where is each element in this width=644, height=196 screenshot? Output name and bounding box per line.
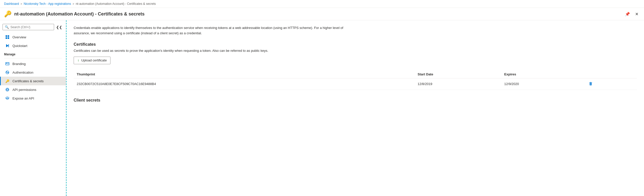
- page-icon: 🔑: [4, 10, 12, 18]
- manage-section-label: Manage: [0, 50, 66, 57]
- overview-icon: [5, 35, 10, 40]
- quickstart-icon: [5, 43, 10, 48]
- api-permissions-icon: [5, 87, 10, 92]
- sidebar-item-authentication[interactable]: Authentication: [0, 68, 66, 77]
- sidebar-item-quickstart[interactable]: Quickstart: [0, 41, 66, 50]
- main-layout: 🔍 ❮❮ Overview: [0, 20, 644, 196]
- svg-rect-7: [6, 63, 7, 64]
- breadcrumb-sep-2: >: [73, 2, 74, 5]
- certificates-description: Certificates can be used as secrets to p…: [74, 49, 637, 53]
- col-expires: Expires: [501, 70, 584, 78]
- svg-rect-3: [8, 37, 9, 39]
- branding-icon: [5, 61, 10, 66]
- sidebar: 🔍 ❮❮ Overview: [0, 20, 66, 196]
- pin-button[interactable]: 📌: [623, 11, 632, 18]
- svg-marker-4: [6, 44, 9, 47]
- intro-text: Credentials enable applications to ident…: [74, 25, 353, 36]
- certificates-title: Certificates: [74, 42, 637, 47]
- sidebar-collapse-button[interactable]: ❮❮: [55, 25, 63, 30]
- upload-icon: ↑: [77, 58, 79, 62]
- sidebar-item-overview-label: Overview: [12, 35, 26, 39]
- breadcrumb-dashboard[interactable]: Dashboard: [4, 2, 19, 6]
- breadcrumb-sep-1: >: [21, 2, 22, 5]
- expose-api-icon: [5, 96, 10, 101]
- sidebar-item-quickstart-label: Quickstart: [12, 44, 27, 48]
- upload-button-label: Upload certificate: [81, 58, 107, 62]
- svg-point-13: [7, 89, 8, 90]
- col-start-date: Start Date: [415, 70, 501, 78]
- breadcrumb-app-registrations[interactable]: Nicolonsky Tech - App registrations: [24, 2, 71, 6]
- sidebar-search-row: 🔍 ❮❮: [3, 24, 63, 30]
- breadcrumb-current: nt-automation (Automation Account) - Cer…: [76, 2, 156, 6]
- sidebar-item-api-permissions-label: API permissions: [12, 88, 36, 92]
- sidebar-item-overview[interactable]: Overview: [0, 33, 66, 41]
- sidebar-item-expose-api-label: Expose an API: [12, 96, 34, 100]
- cert-start-date: 12/8/2019: [415, 78, 501, 90]
- cert-thumbprint: 232CB0072C510A8E0E7E8CF509C70AC16E9488B4: [74, 78, 415, 90]
- sidebar-item-branding[interactable]: Branding: [0, 59, 66, 68]
- cert-actions: [584, 78, 637, 90]
- search-input[interactable]: [10, 25, 52, 29]
- upload-certificate-button[interactable]: ↑ Upload certificate: [74, 57, 110, 64]
- cert-expires: 12/9/2020: [501, 78, 584, 90]
- sidebar-item-certificates[interactable]: 🔑 Certificates & secrets: [0, 77, 66, 85]
- certificates-icon: 🔑: [5, 78, 10, 84]
- page-title: nt-automation (Automation Account) - Cer…: [14, 11, 623, 17]
- page-header: 🔑 nt-automation (Automation Account) - C…: [0, 8, 644, 20]
- sidebar-item-certificates-label: Certificates & secrets: [12, 79, 44, 83]
- client-secrets-title: Client secrets: [74, 98, 637, 103]
- header-actions: 📌 ✕: [623, 11, 640, 18]
- close-button[interactable]: ✕: [634, 11, 640, 18]
- col-thumbprint: Thumbprint: [74, 70, 415, 78]
- table-row: 232CB0072C510A8E0E7E8CF509C70AC16E9488B4…: [74, 78, 637, 90]
- certificates-section: Certificates Certificates can be used as…: [74, 42, 637, 90]
- svg-rect-2: [6, 37, 7, 39]
- manage-divider: [4, 58, 62, 58]
- svg-rect-1: [8, 35, 9, 37]
- content-area: Credentials enable applications to ident…: [66, 20, 644, 196]
- auth-icon: [5, 70, 10, 75]
- sidebar-item-expose-api[interactable]: Expose an API: [0, 94, 66, 103]
- search-box: 🔍: [3, 24, 54, 30]
- col-actions: [584, 70, 637, 78]
- sidebar-item-authentication-label: Authentication: [12, 71, 33, 74]
- breadcrumb: Dashboard > Nicolonsky Tech - App regist…: [0, 0, 644, 8]
- sidebar-item-branding-label: Branding: [12, 62, 26, 66]
- sidebar-item-api-permissions[interactable]: API permissions: [0, 85, 66, 94]
- certificates-table: Thumbprint Start Date Expires 232CB0072C…: [74, 70, 637, 90]
- search-icon: 🔍: [5, 25, 9, 29]
- delete-certificate-button[interactable]: [587, 81, 594, 87]
- svg-rect-0: [6, 35, 7, 37]
